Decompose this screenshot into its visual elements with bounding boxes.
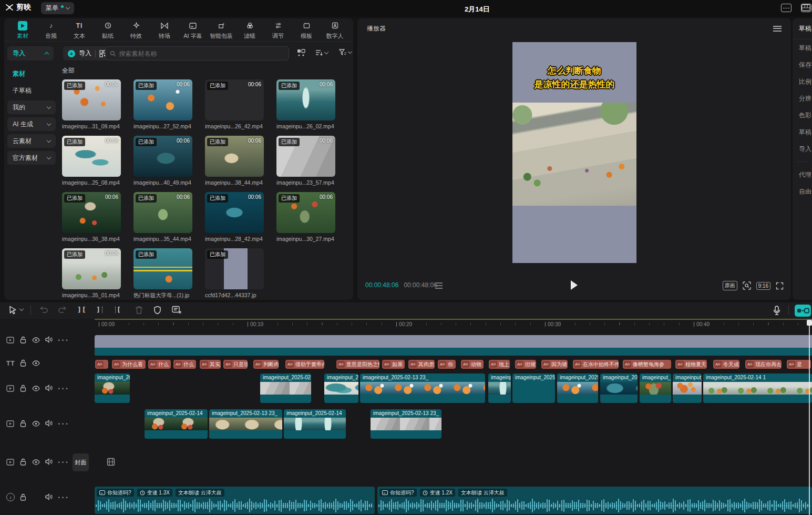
video-clip[interactable]: imageinp — [488, 373, 511, 403]
import-button[interactable]: + 导入 — [63, 46, 111, 60]
visibility-eye-icon[interactable] — [32, 386, 40, 391]
export-screen-icon[interactable] — [781, 4, 792, 12]
nav-official-material[interactable]: 官方素材 — [7, 151, 56, 165]
video-clip[interactable]: imageinput_2025-02-13 23_4 — [260, 373, 311, 403]
text-clip[interactable]: A≡是 — [787, 360, 811, 369]
text-clip[interactable]: A≡只是现 — [223, 360, 248, 369]
video-clip[interactable]: imageinput_2025 — [600, 373, 638, 403]
tab-smart-pack[interactable]: 智能包装 — [208, 20, 234, 40]
clear-text-icon[interactable] — [172, 306, 182, 314]
text-clip[interactable]: A≡判断肉 — [253, 360, 279, 369]
visibility-eye-icon[interactable] — [32, 459, 40, 465]
media-item[interactable]: 已添加ccfd17d42...44337.jp — [205, 248, 264, 299]
track-more-icon[interactable]: ··· — [58, 458, 69, 467]
track-more-icon[interactable]: ··· — [58, 384, 69, 393]
rail-item[interactable]: 分辨 — [793, 90, 812, 107]
text-clip[interactable]: A≡但猪 — [515, 360, 536, 369]
text-clip[interactable]: A≡动物 — [461, 360, 484, 369]
lock-icon[interactable] — [20, 385, 26, 392]
speaker-icon[interactable] — [45, 458, 53, 465]
text-clip[interactable]: A≡因为猪 — [541, 360, 568, 369]
text-clip[interactable]: A≡意思是阳热之性 — [336, 360, 379, 369]
rail-item[interactable]: 代理 — [793, 166, 812, 183]
grid-view-icon[interactable] — [297, 49, 305, 57]
search-box[interactable] — [105, 46, 289, 60]
media-item[interactable]: 已添加00:06imageinpu...27_52.mp4 — [133, 79, 192, 129]
audio-clip[interactable]: 你知道吗? 变速 1.2X 文本朗读 云泽大叔 — [377, 487, 812, 514]
video-clip[interactable]: imageinput_2025-0 — [324, 373, 358, 403]
text-clip[interactable]: A≡地上 — [489, 360, 510, 369]
tab-templates[interactable]: 模板 — [293, 20, 320, 40]
menu-button[interactable]: 菜单 — [41, 2, 74, 14]
rail-item[interactable]: 导入 — [793, 140, 812, 157]
filter-button[interactable] — [339, 49, 352, 56]
media-item[interactable]: 已添加00:06imageinpu...26_42.mp4 — [205, 79, 264, 129]
tab-media[interactable]: 素材 — [9, 20, 36, 40]
tab-effects[interactable]: 特效 — [123, 20, 149, 40]
search-input[interactable] — [119, 50, 284, 57]
video-clip[interactable]: imageinput_2025-02-14 — [284, 409, 346, 439]
aspect-ratio-badge[interactable]: 9:16 — [756, 282, 770, 290]
rail-item[interactable]: 色彩 — [793, 107, 812, 124]
workspace-layout-icon[interactable] — [801, 4, 811, 12]
text-clip[interactable]: A≡现在你再去 — [745, 360, 782, 369]
undo-icon[interactable] — [39, 306, 48, 315]
track-more-icon[interactable]: ··· — [58, 419, 69, 429]
video-preview[interactable]: 怎么判断食物 是凉性的还是热性的 — [512, 42, 636, 263]
lock-icon[interactable] — [20, 493, 26, 501]
tab-audio[interactable]: ♪音频 — [38, 20, 64, 40]
text-clip[interactable]: A≡其实 — [200, 360, 221, 369]
lock-icon[interactable] — [20, 359, 26, 367]
track-more-icon[interactable]: ··· — [58, 493, 69, 502]
media-item[interactable]: 已添加00:06imageinpu...30_27.mp4 — [276, 192, 335, 242]
rail-item[interactable]: 草稿 — [793, 39, 812, 56]
nav-ai-generated[interactable]: AI 生成 — [7, 117, 56, 131]
text-clip[interactable]: A≡植物夏天 — [675, 360, 707, 369]
media-item[interactable]: 已添加00:06imageinpu...28_42.mp4 — [205, 192, 264, 242]
media-item[interactable]: 已添加00:06imageinpu...23_57.mp4 — [276, 136, 335, 186]
record-voiceover-icon[interactable] — [773, 306, 780, 316]
media-item[interactable]: 已添加00:06imageinpu...38_44.mp4 — [205, 136, 264, 186]
speaker-icon[interactable] — [45, 385, 53, 391]
text-clip[interactable]: A≡什么 — [148, 360, 171, 369]
tab-transitions[interactable]: 转场 — [151, 20, 178, 40]
rail-item[interactable]: 自由 — [793, 183, 812, 200]
timeline-ruler[interactable]: 00:00 00:10 00:20 00:30 00:40 — [95, 320, 812, 330]
media-item[interactable]: 已添加00:06imageinpu...36_38.mp4 — [62, 192, 121, 242]
redo-icon[interactable] — [58, 306, 67, 315]
overlay-video-clip[interactable] — [95, 335, 812, 356]
speaker-icon[interactable] — [45, 493, 53, 500]
rail-item[interactable]: 草稿 — [793, 124, 812, 140]
text-clip[interactable]: A≡其肉质 — [408, 360, 435, 369]
media-item[interactable]: 已添加00:06imageinpu...35_44.mp4 — [133, 192, 192, 242]
film-clip-icon[interactable] — [107, 458, 115, 466]
lock-icon[interactable] — [20, 336, 26, 344]
video-clip[interactable]: imageinput_2025-02-14 — [145, 409, 208, 439]
lock-icon[interactable] — [20, 420, 26, 427]
track-more-icon[interactable]: ··· — [58, 336, 69, 345]
tab-sticker[interactable]: 贴纸 — [95, 20, 121, 40]
video-clip[interactable]: imageinput_20 — [640, 373, 671, 403]
video-clip[interactable]: imageinput_2025- — [95, 373, 130, 403]
text-clip[interactable]: A≡你 — [438, 360, 456, 369]
media-item[interactable]: 已添加00:06imageinpu...25_08.mp4 — [62, 136, 121, 186]
nav-sub-draft[interactable]: 子草稿 — [7, 84, 56, 97]
video-clip[interactable]: imageinput_2025-02-13 23_ — [209, 409, 282, 439]
auto-link-toggle[interactable] — [795, 305, 811, 317]
import-dropdown[interactable]: 导入 — [7, 46, 54, 60]
tool-chevron-icon[interactable] — [19, 307, 24, 311]
tab-filters[interactable]: 滤镜 — [237, 20, 263, 40]
text-clip[interactable]: A≡为什么看 — [112, 360, 146, 369]
player-menu-icon[interactable] — [773, 26, 782, 32]
nav-cloud-material[interactable]: 云素材 — [7, 134, 56, 148]
focus-zoom-icon[interactable] — [743, 281, 751, 290]
tab-digital-human[interactable]: 数字人 — [322, 20, 348, 40]
media-item[interactable]: 已添加00:06imageinpu...31_09.mp4 — [62, 79, 121, 129]
play-button[interactable] — [571, 280, 578, 290]
nav-material[interactable]: 素材 — [7, 67, 56, 80]
delete-icon[interactable] — [135, 306, 143, 315]
text-clip[interactable]: A≡什么 — [173, 360, 196, 369]
text-clip[interactable]: A≡冬天成熟 — [713, 360, 739, 369]
playhead-handle[interactable] — [807, 320, 812, 326]
media-item[interactable]: 已添加00:06imageinpu...40_49.mp4 — [133, 136, 192, 186]
